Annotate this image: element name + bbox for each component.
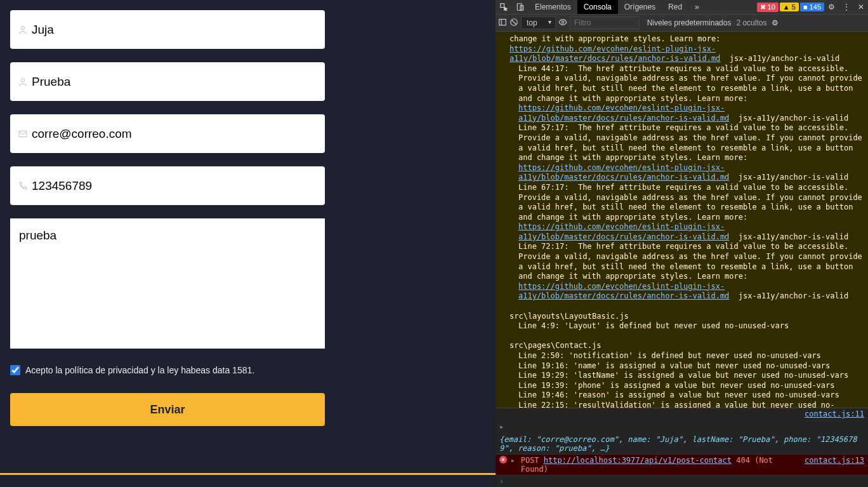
eslint-doc-link[interactable]: https://github.com/evcohen/eslint-plugin…	[518, 222, 729, 241]
layout-unused-msg: Line 4:9: 'Layout' is defined but never …	[518, 321, 864, 331]
page-accent-bar	[0, 473, 496, 475]
error-icon: ✖	[499, 456, 507, 464]
warning-block: change it with appropriate styles. Learn…	[510, 34, 864, 64]
svg-rect-3	[501, 4, 504, 8]
warning-line: Line 57:17: The href attribute requires …	[518, 123, 864, 183]
warning-line: Line 44:17: The href attribute requires …	[518, 64, 864, 124]
user-icon	[18, 77, 28, 87]
console-prompt[interactable]: ›	[496, 476, 868, 487]
settings-icon[interactable]: ⚙	[824, 0, 839, 14]
svg-rect-4	[517, 4, 522, 11]
svg-rect-6	[499, 19, 506, 25]
eslint-doc-link[interactable]: https://github.com/evcohen/eslint-plugin…	[518, 103, 729, 123]
eslint-doc-link[interactable]: https://github.com/evcohen/eslint-plugin…	[510, 44, 720, 63]
log-levels-select[interactable]: Niveles predeterminados	[647, 18, 732, 27]
name-input[interactable]	[28, 18, 317, 42]
eslint-doc-link[interactable]: https://github.com/evcohen/eslint-plugin…	[518, 163, 729, 182]
close-icon[interactable]: ✕	[854, 0, 868, 14]
svg-point-10	[562, 21, 564, 23]
error-message: POST http://localhost:3977/api/v1/post-c…	[521, 456, 801, 474]
svg-line-9	[512, 20, 516, 24]
lastname-field-wrapper	[10, 62, 325, 101]
submit-button[interactable]: Enviar	[10, 393, 325, 426]
phone-icon	[18, 181, 28, 191]
tab-sources[interactable]: Orígenes	[618, 0, 662, 14]
log-object-row: contact.js:11 ▸ {email: "corre@correo.co…	[496, 408, 868, 455]
execution-context-select[interactable]: top	[521, 17, 556, 29]
unused-var-msg: Line 2:50: 'notification' is defined but…	[518, 351, 864, 361]
warning-line: Line 72:17: The href attribute requires …	[518, 242, 864, 302]
email-field-wrapper	[10, 114, 325, 153]
contact-page: prueba Acepto la política de privacidad …	[0, 0, 496, 487]
unused-var-msg: Line 19:46: 'reason' is assigned a value…	[518, 390, 864, 401]
live-expression-icon[interactable]	[558, 18, 567, 29]
name-field-wrapper	[10, 10, 325, 49]
contact-file-label: src\pages\Contact.js	[510, 341, 864, 351]
expand-icon[interactable]: ▸	[511, 456, 517, 465]
message-textarea[interactable]: prueba	[10, 218, 325, 349]
tab-network[interactable]: Red	[662, 0, 688, 14]
mail-icon	[18, 129, 28, 139]
tab-more[interactable]: »	[688, 0, 706, 14]
devtools-tabs: Elementos Consola Orígenes Red » ✖ 10 ▲ …	[496, 0, 868, 15]
sidebar-toggle-icon[interactable]	[498, 18, 507, 29]
consent-label: Acepto la política de privacidad y la le…	[25, 365, 254, 375]
console-settings-icon[interactable]: ⚙	[772, 18, 779, 27]
user-icon	[18, 25, 28, 35]
unused-var-msg: Line 19:29: 'lastName' is assigned a val…	[518, 371, 864, 381]
message-field-wrapper: prueba	[10, 218, 325, 349]
console-log-area: contact.js:11 ▸ {email: "corre@correo.co…	[496, 408, 868, 487]
hidden-count: 2 ocultos	[736, 18, 766, 27]
error-row: ✖ ▸ POST http://localhost:3977/api/v1/po…	[496, 455, 868, 476]
expand-icon[interactable]: ▸	[499, 422, 506, 431]
phone-field-wrapper	[10, 166, 325, 205]
lastname-input[interactable]	[28, 70, 317, 94]
console-output[interactable]: change it with appropriate styles. Learn…	[496, 32, 868, 408]
warning-count-badge[interactable]: ▲ 5	[780, 3, 799, 11]
layout-file-label: src\layouts\LayoutBasic.js	[510, 312, 864, 322]
menu-icon[interactable]: ⋮	[839, 0, 854, 14]
unused-var-msg: Line 19:16: 'name' is assigned a value b…	[518, 361, 864, 371]
console-filter-input[interactable]	[570, 17, 640, 29]
consent-checkbox[interactable]	[10, 365, 20, 375]
svg-point-1	[21, 78, 24, 81]
chevron-right-icon: ›	[499, 477, 504, 486]
console-toolbar: top Niveles predeterminados 2 ocultos ⚙	[496, 15, 868, 32]
tab-console[interactable]: Consola	[577, 0, 618, 14]
warning-line: Line 67:17: The href attribute requires …	[518, 183, 864, 243]
logged-object[interactable]: {email: "corre@correo.com", name: "Juja"…	[499, 435, 864, 453]
source-link[interactable]: contact.js:13	[805, 456, 864, 465]
unused-var-msg: Line 22:15: 'resultValidation' is assign…	[518, 401, 864, 408]
email-input[interactable]	[28, 122, 317, 146]
svg-rect-2	[19, 131, 27, 137]
eslint-doc-link[interactable]: https://github.com/evcohen/eslint-plugin…	[518, 282, 729, 301]
consent-row: Acepto la política de privacidad y la le…	[10, 365, 485, 375]
error-url-link[interactable]: http://localhost:3977/api/v1/post-contac…	[544, 456, 732, 465]
devtools-panel: Elementos Consola Orígenes Red » ✖ 10 ▲ …	[496, 0, 868, 487]
clear-console-icon[interactable]	[510, 18, 518, 29]
source-link[interactable]: contact.js:11	[805, 410, 864, 418]
error-count-badge[interactable]: ✖ 10	[757, 3, 779, 12]
info-count-badge[interactable]: ■ 145	[800, 3, 824, 11]
device-toggle-icon[interactable]	[512, 0, 529, 14]
tab-elements[interactable]: Elementos	[529, 0, 577, 14]
svg-point-0	[21, 26, 24, 29]
phone-input[interactable]	[28, 174, 317, 198]
inspect-icon[interactable]	[496, 0, 512, 14]
unused-var-msg: Line 19:39: 'phone' is assigned a value …	[518, 381, 864, 391]
